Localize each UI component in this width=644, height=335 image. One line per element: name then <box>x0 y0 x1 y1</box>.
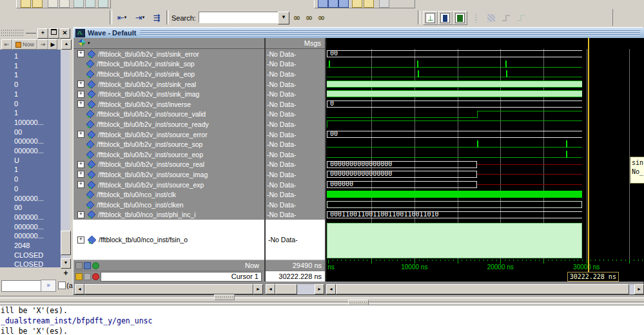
value-list-item[interactable]: 00 <box>0 128 61 137</box>
time-cursor[interactable] <box>588 38 589 282</box>
signal-row[interactable]: +/fftblock_tb/u0/b2v_inst/inverse <box>73 99 264 110</box>
expand-icon[interactable]: + <box>77 100 84 108</box>
value-list-item[interactable]: 000000... <box>0 146 61 156</box>
value-list-item[interactable]: 0 <box>0 175 61 184</box>
cursor-arrow-icon[interactable] <box>338 0 349 8</box>
scrollbar-thumb[interactable] <box>275 284 297 294</box>
panel-maximize-button[interactable] <box>48 28 59 39</box>
names-hscrollbar[interactable]: ◄ ► <box>75 284 263 294</box>
splitter-groove[interactable] <box>0 302 644 304</box>
toolbar-icon[interactable] <box>48 0 58 8</box>
refresh-icon[interactable] <box>92 262 99 269</box>
memory-grid-icon[interactable] <box>364 0 374 8</box>
value-list-item[interactable]: 100000... <box>0 118 61 128</box>
value-list-item[interactable]: 1 <box>0 90 61 99</box>
column-splitter[interactable] <box>325 38 326 282</box>
signal-row[interactable]: +/fftblock_tb/u0/b2v_inst/source_exp <box>73 180 264 190</box>
msgs-hscrollbar[interactable]: ◄ ► <box>266 284 324 294</box>
value-list-item[interactable]: 2048 <box>0 241 61 251</box>
value-list-item[interactable]: 000000... <box>0 231 61 241</box>
goto-last-button[interactable]: ⇥ <box>37 39 48 50</box>
names-column-header[interactable]: ▾ <box>73 38 264 49</box>
scroll-right-button[interactable]: ► <box>315 284 324 294</box>
signal-row[interactable]: /fftblock_tb/u0/b2v_inst/sink_sop <box>73 59 264 70</box>
play-button[interactable]: ▶ <box>48 39 57 50</box>
splitter-groove[interactable] <box>0 296 644 298</box>
values-vertical-scrollbar[interactable]: ▼ <box>61 50 70 267</box>
search-dropdown-button[interactable]: ▼ <box>278 12 289 24</box>
cursor-time-flag[interactable]: 30222.228 ns <box>567 272 619 282</box>
value-list-item[interactable]: 1 <box>0 70 61 80</box>
scroll-left-button[interactable]: ◄ <box>75 284 84 294</box>
expand-icon[interactable]: + <box>77 161 84 168</box>
scrollbar-thumb[interactable] <box>61 231 71 255</box>
signal-row[interactable]: /fftblock_tb/u0/b2v_inst/source_ready <box>73 119 264 129</box>
value-list-item[interactable]: CLOSED <box>0 260 61 267</box>
scroll-down-button[interactable]: ▼ <box>61 258 71 269</box>
value-list-item[interactable]: 00 <box>0 203 61 213</box>
signal-row[interactable]: +/fftblock_tb/u0/b2v_inst/source_error <box>73 129 264 140</box>
transcript-console[interactable]: ill be 'X'(es)._dualstream_inst/bfpdft_y… <box>0 305 644 335</box>
expand-all-button[interactable]: ⇶ <box>150 10 163 24</box>
apply-filter-button[interactable]: » <box>41 280 56 292</box>
value-list-item[interactable]: 0 <box>0 80 61 90</box>
expand-icon[interactable]: + <box>77 50 84 57</box>
expand-panel-button[interactable]: + <box>61 269 70 278</box>
grid-icon[interactable] <box>84 262 91 269</box>
now-button[interactable]: Now <box>12 39 37 50</box>
signal-row[interactable]: /fftblock_tb/u0/b2v_inst/source_eop <box>73 149 264 160</box>
wave-hscrollbar[interactable]: ◄ ► <box>326 284 644 294</box>
file-icon[interactable] <box>21 0 31 8</box>
expand-icon[interactable]: + <box>77 131 84 138</box>
value-list-item[interactable]: 1 <box>0 165 61 175</box>
chevron-down-icon[interactable]: ▾ <box>88 41 90 46</box>
expand-icon[interactable]: + <box>77 236 84 244</box>
find-previous-icon[interactable]: ∞ <box>304 10 315 24</box>
expand-right-button[interactable]: ⇥▾ <box>132 10 148 24</box>
memory-icon[interactable] <box>352 0 362 8</box>
signal-row[interactable]: +/fftblock_tb/u0/nco_inst/phi_inc_i <box>73 210 264 220</box>
delete-cursor-icon[interactable] <box>92 273 99 280</box>
msgs-column-header[interactable]: Msgs <box>266 38 325 49</box>
wave-canvas[interactable]: 0000000000000000000000000000000000000000… <box>326 38 644 282</box>
signal-row[interactable]: /fftblock_tb/u0/b2v_inst/source_valid <box>73 110 264 120</box>
folder-icon[interactable] <box>32 0 43 8</box>
toolbar-icon[interactable] <box>73 0 84 8</box>
splitter-grip[interactable] <box>214 294 235 300</box>
signal-group-icon[interactable] <box>77 39 87 49</box>
signal-row[interactable]: +/fftblock_tb/u0/b2v_inst/sink_imag <box>73 89 264 99</box>
expand-icon[interactable]: + <box>77 91 84 98</box>
signal-row[interactable]: /fftblock_tb/u0/b2v_inst/source_sop <box>73 139 264 149</box>
goto-first-button[interactable]: ⇤ <box>1 39 12 50</box>
expand-icon[interactable]: + <box>77 211 84 218</box>
signal-row[interactable]: /fftblock_tb/u0/nco_inst/clken <box>73 200 264 210</box>
value-list-item[interactable]: 000000... <box>0 222 61 232</box>
value-list-item[interactable]: 000000... <box>0 213 61 222</box>
filter-checkbox[interactable] <box>58 282 66 289</box>
signal-row[interactable]: +/fftblock_tb/u0/b2v_inst/source_real <box>73 160 264 170</box>
collapse-left-button[interactable]: ⇤▾ <box>114 10 130 24</box>
panel-add-button[interactable]: + <box>37 28 48 39</box>
value-list-item[interactable]: CLOSED <box>0 251 61 260</box>
toolbar-icon[interactable] <box>98 0 108 8</box>
expand-icon[interactable]: + <box>77 81 84 88</box>
value-list-item[interactable]: 0 <box>0 99 61 109</box>
scroll-right-button[interactable]: ► <box>253 284 263 294</box>
scrollbar-thumb[interactable] <box>84 284 253 294</box>
value-list-item[interactable]: 1 <box>0 108 61 118</box>
cursor-arrow-icon[interactable] <box>328 0 338 8</box>
signal-row[interactable]: /fftblock_tb/u0/b2v_inst/sink_eop <box>73 69 264 79</box>
value-list-item[interactable]: U <box>0 156 61 166</box>
scroll-up-button[interactable]: ▲ <box>61 39 72 50</box>
scroll-left-button[interactable]: ◄ <box>266 284 275 294</box>
value-list-item[interactable]: 000000... <box>0 194 61 204</box>
toolbar-icon[interactable] <box>85 0 95 8</box>
value-list-item[interactable]: 1 <box>0 61 61 71</box>
value-list-item[interactable]: 1 <box>0 52 61 61</box>
cursor-arrow-icon[interactable] <box>318 0 328 8</box>
column-splitter[interactable] <box>264 38 266 282</box>
scrollbar-thumb[interactable] <box>336 284 629 294</box>
signal-row[interactable]: +/fftblock_tb/u0/b2v_inst/sink_real <box>73 79 264 90</box>
signal-row-fsin-o[interactable]: + /fftblock_tb/u0/nco_inst/fsin_o <box>73 234 264 245</box>
signal-row[interactable]: /fftblock_tb/u0/nco_inst/clk <box>73 189 264 200</box>
